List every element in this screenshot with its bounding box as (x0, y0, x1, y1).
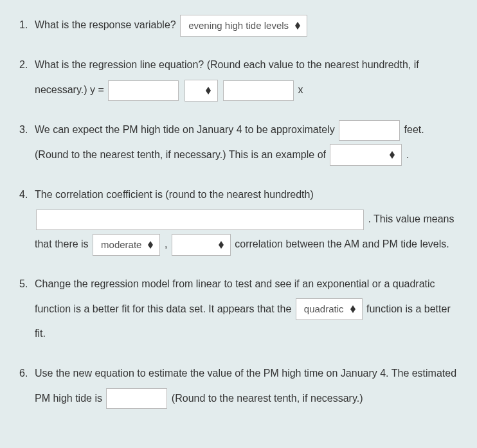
question-list: What is the response variable? evening h… (19, 13, 458, 411)
q4-text-end: correlation between the AM and PM tide l… (235, 238, 449, 249)
q4-comma: , (165, 238, 167, 249)
question-1: What is the response variable? evening h… (19, 13, 458, 37)
select-label: evening high tide levels (188, 14, 289, 37)
question-3: We can expect the PM high tide on Januar… (19, 118, 458, 167)
q3-text-before: We can expect the PM high tide on Januar… (35, 124, 335, 135)
q4-coefficient-input[interactable] (36, 210, 364, 230)
q5-function-type-select[interactable]: quadratic (296, 298, 363, 320)
select-label: moderate (101, 233, 141, 256)
q2-sign-select[interactable] (184, 80, 218, 102)
chevron-updown-icon (219, 241, 224, 249)
question-6: Use the new equation to estimate the val… (19, 361, 458, 411)
q4-strength-select[interactable]: moderate (93, 234, 160, 256)
q2-slope-input[interactable] (223, 80, 294, 101)
q6-text-after: (Round to the nearest tenth, if necessar… (172, 393, 363, 404)
q1-response-variable-select[interactable]: evening high tide levels (180, 15, 307, 37)
q3-feet-input[interactable] (339, 120, 400, 141)
question-2: What is the regression line equation? (R… (19, 53, 458, 102)
q6-estimate-input[interactable] (106, 388, 167, 409)
q3-text-after: . (406, 149, 409, 160)
q4-text-before: The correlation coefficient is (round to… (35, 189, 314, 200)
q2-text-after: x (298, 84, 303, 95)
chevron-updown-icon (148, 241, 153, 249)
chevron-updown-icon (295, 22, 300, 30)
question-5: Change the regression model from linear … (19, 272, 458, 346)
q1-text: What is the response variable? (35, 19, 176, 30)
q4-direction-select[interactable] (172, 234, 231, 256)
chevron-updown-icon (206, 87, 211, 94)
chevron-updown-icon (390, 151, 395, 159)
select-label: quadratic (304, 298, 344, 321)
chevron-updown-icon (350, 305, 356, 313)
question-4: The correlation coefficient is (round to… (19, 183, 458, 256)
q2-intercept-input[interactable] (108, 80, 179, 101)
q3-example-type-select[interactable] (330, 144, 402, 166)
